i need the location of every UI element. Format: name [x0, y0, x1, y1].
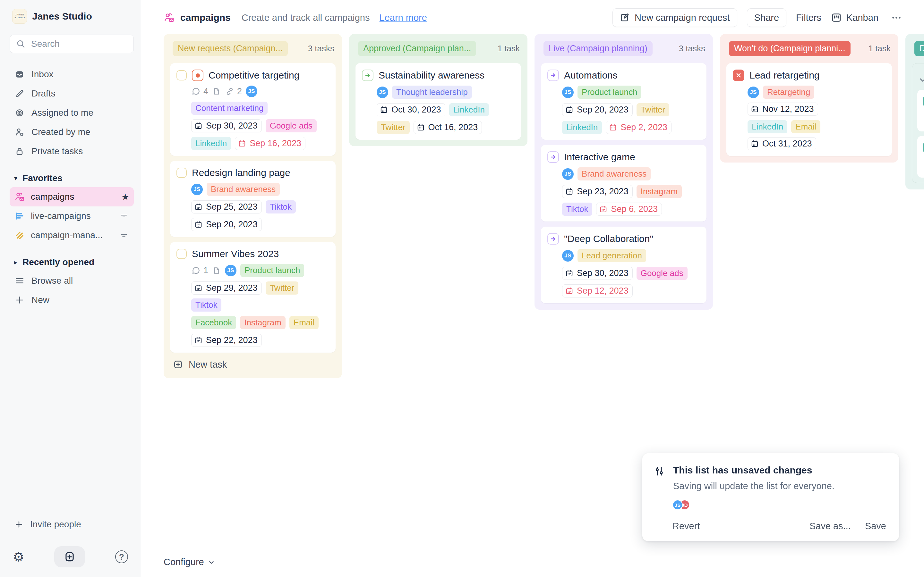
date-chip[interactable]: Sep 22, 2023 — [191, 334, 262, 347]
task-card[interactable] — [917, 90, 924, 131]
tag-pill[interactable]: Instagram — [636, 185, 682, 198]
avatar[interactable]: JS — [562, 87, 573, 98]
star-icon[interactable]: ★ — [121, 192, 129, 202]
help-icon[interactable]: ? — [115, 550, 128, 563]
recently-opened-section-header[interactable]: ▸ Recently opened — [10, 253, 134, 271]
avatar[interactable]: JS — [225, 265, 236, 276]
task-checkbox[interactable] — [176, 168, 187, 178]
overdue-date-chip[interactable]: Sep 2, 2023 — [606, 121, 672, 134]
sidebar-item-new[interactable]: New — [10, 290, 134, 309]
date-chip[interactable]: Nov 12, 2023 — [748, 103, 818, 116]
share-button[interactable]: Share — [747, 8, 787, 27]
new-task-button[interactable]: New task — [170, 353, 336, 372]
overdue-date-chip[interactable]: Sep 12, 2023 — [562, 284, 633, 298]
avatar[interactable]: JS — [376, 87, 388, 98]
task-card[interactable]: Competitive targeting42JSContent marketi… — [170, 63, 336, 156]
chevron-down-icon[interactable] — [917, 74, 924, 85]
tag-pill[interactable]: Tiktok — [191, 298, 221, 311]
date-chip[interactable]: Oct 30, 2023 — [376, 103, 445, 116]
column-status-pill[interactable]: Do — [914, 41, 924, 56]
column-status-pill[interactable]: Approved (Campaign plan... — [358, 41, 476, 56]
tag-pill[interactable]: Retargeting — [763, 85, 814, 99]
sidebar-item-live-campaigns[interactable]: live-campaigns — [10, 206, 134, 226]
date-chip[interactable]: Sep 20, 2023 — [562, 103, 633, 116]
task-card[interactable]: Redesign landing pageJSBrand awarenessSe… — [170, 161, 336, 237]
tag-pill[interactable]: LinkedIn — [562, 121, 602, 134]
tag-pill[interactable]: Brand awareness — [577, 167, 651, 181]
filters-button[interactable]: Filters — [796, 13, 821, 23]
column-status-pill[interactable]: New requests (Campaign... — [173, 41, 288, 56]
avatar[interactable]: JS — [191, 184, 203, 195]
tag-pill[interactable]: Twitter — [636, 103, 670, 116]
sidebar-item-inbox[interactable]: Inbox — [10, 65, 134, 84]
overdue-date-chip[interactable]: Sep 16, 2023 — [235, 137, 305, 150]
view-switcher-kanban[interactable]: Kanban — [831, 12, 879, 23]
tag-pill[interactable]: LinkedIn — [191, 137, 231, 150]
date-chip[interactable]: Sep 30, 2023 — [191, 119, 262, 132]
tag-pill[interactable]: LinkedIn — [449, 103, 489, 116]
sidebar-item-drafts[interactable]: Drafts — [10, 84, 134, 103]
tag-pill[interactable]: Product launch — [240, 264, 304, 277]
column-status-pill[interactable]: Won't do (Campaign planni... — [729, 41, 851, 56]
save-as-button[interactable]: Save as... — [809, 521, 851, 532]
wont-do-status-icon[interactable] — [733, 69, 744, 81]
sidebar-item-created-by-me[interactable]: Created by me — [10, 122, 134, 142]
status-dot-icon[interactable] — [192, 69, 204, 81]
save-button[interactable]: Save — [865, 521, 886, 532]
sidebar-item-browse-all[interactable]: Browse all — [10, 271, 134, 290]
tag-pill[interactable]: Twitter — [266, 282, 299, 295]
task-card[interactable] — [917, 136, 924, 177]
tag-pill[interactable]: Email — [791, 120, 821, 133]
tag-pill[interactable]: Twitter — [376, 121, 410, 134]
arrow-status-icon[interactable] — [548, 151, 559, 163]
tag-pill[interactable]: Instagram — [240, 316, 286, 329]
task-card[interactable]: Summer Vibes 20231JSProduct launchSep 29… — [170, 242, 336, 353]
sidebar-item-campaign-mana-[interactable]: campaign-mana... — [10, 226, 134, 245]
more-options-button[interactable] — [888, 11, 905, 24]
task-checkbox[interactable] — [176, 70, 187, 81]
new-task-quick-button[interactable] — [54, 546, 85, 567]
tag-pill[interactable]: Google ads — [636, 267, 688, 280]
column-status-pill[interactable]: Live (Campaign planning) — [543, 41, 653, 56]
learn-more-link[interactable]: Learn more — [380, 13, 427, 23]
tag-pill[interactable]: Product launch — [577, 85, 641, 99]
configure-button[interactable]: Configure — [164, 557, 216, 567]
tag-pill[interactable]: Facebook — [191, 316, 236, 329]
favorites-section-header[interactable]: ▾ Favorites — [10, 169, 134, 187]
task-card[interactable]: Lead retargetingJSRetargetingNov 12, 202… — [726, 63, 892, 156]
task-card[interactable]: "Deep Collaboration"JSLead generationSep… — [541, 227, 706, 303]
invite-people-button[interactable]: Invite people — [10, 515, 134, 534]
gear-icon[interactable]: ⚙ — [13, 550, 24, 564]
tag-pill[interactable]: Thought leadership — [392, 85, 472, 99]
avatar[interactable]: JS — [562, 168, 573, 180]
arrow-status-icon[interactable] — [548, 69, 559, 81]
date-chip[interactable]: Sep 23, 2023 — [562, 185, 633, 198]
date-chip[interactable]: Sep 20, 2023 — [191, 218, 262, 231]
task-card[interactable]: Sustainability awarenessJSThought leader… — [355, 63, 521, 140]
task-checkbox[interactable] — [176, 249, 187, 259]
avatar[interactable]: JS — [562, 250, 573, 261]
arrow-status-icon[interactable] — [362, 69, 373, 81]
date-chip[interactable]: Oct 16, 2023 — [414, 121, 482, 134]
tag-pill[interactable]: Email — [289, 316, 318, 329]
task-card[interactable]: AutomationsJSProduct launchSep 20, 2023T… — [541, 63, 706, 140]
search-input[interactable]: Search — [10, 35, 134, 53]
avatar[interactable]: JS — [748, 87, 759, 98]
sidebar-item-private-tasks[interactable]: Private tasks — [10, 142, 134, 161]
tag-pill[interactable]: Tiktok — [266, 200, 296, 213]
tag-pill[interactable]: Brand awareness — [207, 183, 280, 196]
sidebar-item-assigned-to-me[interactable]: Assigned to me — [10, 103, 134, 122]
sidebar-item-campaigns[interactable]: campaigns★ — [10, 187, 134, 206]
tag-pill[interactable]: Google ads — [266, 119, 317, 132]
revert-button[interactable]: Revert — [672, 521, 700, 532]
tag-pill[interactable]: Lead generation — [577, 249, 646, 262]
tag-pill[interactable]: LinkedIn — [748, 120, 787, 133]
tag-pill[interactable]: Content marketing — [191, 102, 268, 115]
tag-pill[interactable]: Tiktok — [562, 203, 592, 216]
new-campaign-request-button[interactable]: New campaign request — [612, 8, 737, 27]
date-chip[interactable]: Sep 25, 2023 — [191, 200, 262, 213]
date-chip[interactable]: Sep 30, 2023 — [562, 267, 633, 280]
workspace-switcher[interactable]: JANES STUDIO Janes Studio — [10, 9, 134, 24]
avatar[interactable]: JS — [246, 85, 257, 97]
arrow-status-icon[interactable] — [548, 233, 559, 245]
